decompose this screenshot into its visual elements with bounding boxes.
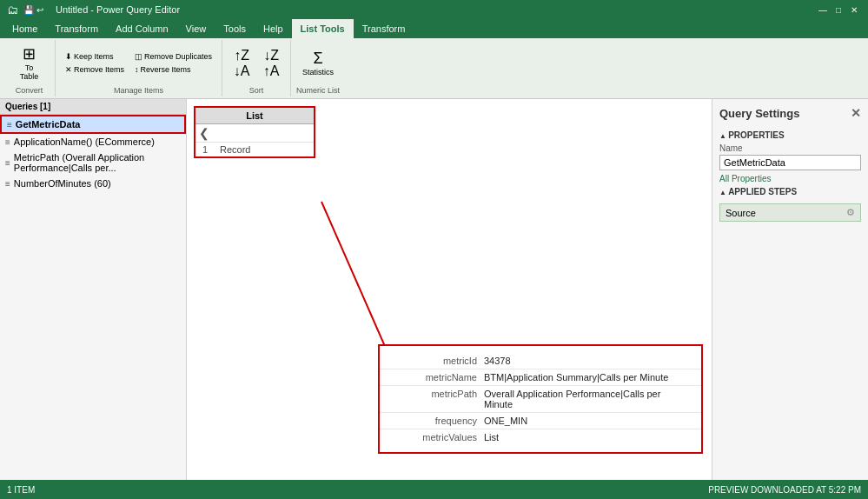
statistics-button[interactable]: Σ Statistics (298, 48, 338, 79)
query-item-appname[interactable]: ≡ ApplicationName() (ECommerce) (0, 134, 186, 150)
tab-list-tools[interactable]: List Tools (292, 19, 354, 38)
to-table-button[interactable]: ⊞ ToTable (16, 43, 43, 83)
record-key-4: metricValues (390, 432, 477, 442)
settings-title: Query Settings ✕ (719, 106, 861, 120)
title-bar: 🗂 💾 ↩ Untitled - Power Query Editor — □ … (0, 0, 868, 19)
record-val-2: Overall Application Performance|Calls pe… (484, 389, 691, 409)
record-val-3: ONE_MIN (484, 416, 527, 426)
source-step-gear-icon[interactable]: ⚙ (846, 207, 855, 218)
ribbon-group-sort: ↑Z↓A ↓Z↑A Sort (222, 40, 291, 96)
settings-close-button[interactable]: ✕ (851, 106, 861, 120)
manage-group-label: Manage Items (114, 84, 163, 95)
record-row-2: metricPath Overall Application Performan… (380, 386, 701, 413)
tab-transform2[interactable]: Transform (354, 19, 414, 38)
record-row-1: metricName BTM|Application Summary|Calls… (380, 369, 701, 386)
query-icon-3: ≡ (5, 179, 10, 189)
name-input[interactable] (719, 155, 861, 170)
record-key-1: metricName (390, 372, 477, 383)
record-val-0: 34378 (484, 356, 511, 366)
numeric-buttons: Σ Statistics (298, 42, 338, 84)
keep-items-icon: ⬇ (65, 52, 72, 61)
query-label-2: MetricPath (Overall Application Performa… (14, 152, 181, 173)
app-icon: 🗂 (7, 3, 18, 17)
keep-remove-col: ⬇ Keep Items ✕ Remove Items (61, 50, 129, 76)
window-title: Untitled - Power Query Editor (56, 4, 180, 15)
query-label-3: NumberOfMinutes (60) (14, 178, 111, 189)
sort-ascending-button[interactable]: ↑Z↓A (228, 45, 255, 82)
convert-group-label: Convert (16, 84, 43, 95)
ribbon-tabs: Home Transform Add Column View Tools Hel… (0, 19, 868, 38)
keep-items-button[interactable]: ⬇ Keep Items (61, 50, 129, 63)
reverse-icon: ↕ (135, 65, 139, 74)
main-layout: Queries [1] ≡ GetMetricData ≡ Applicatio… (0, 99, 868, 480)
tab-help[interactable]: Help (255, 19, 292, 38)
record-val-1: BTM|Application Summary|Calls per Minute (484, 372, 668, 383)
record-key-2: metricPath (390, 389, 477, 409)
remove-items-icon: ✕ (65, 65, 72, 74)
list-container: List ❮ 1 Record (194, 106, 315, 158)
queries-header: Queries [1] (0, 99, 186, 115)
remove-items-button[interactable]: ✕ Remove Items (61, 63, 129, 76)
list-nav-left-button[interactable]: ❮ (199, 126, 209, 140)
to-table-icon: ⊞ (23, 46, 36, 62)
source-step-label: Source (726, 208, 756, 218)
data-preview: List ❮ 1 Record (187, 99, 712, 480)
sort-group-label: Sort (249, 84, 264, 95)
query-label-0: GetMetricData (16, 119, 81, 130)
quick-access: 💾 ↩ (23, 5, 43, 15)
ribbon: ⊞ ToTable Convert ⬇ Keep Items ✕ Remove … (0, 38, 868, 99)
ribbon-group-convert: ⊞ ToTable Convert (3, 40, 56, 96)
query-icon-2: ≡ (5, 158, 10, 168)
status-bar: 1 ITEM PREVIEW DOWNLOADED AT 5:22 PM (0, 480, 868, 499)
sort-desc-icon: ↓Z↑A (263, 48, 280, 79)
numeric-group-label: Numeric List (296, 84, 340, 95)
ribbon-group-numeric: Σ Statistics Numeric List (291, 40, 345, 96)
tab-transform[interactable]: Transform (46, 19, 107, 38)
statistics-icon: Σ (314, 50, 323, 66)
ribbon-group-manage: ⬇ Keep Items ✕ Remove Items ◫ Remove Dup… (56, 40, 222, 96)
close-button[interactable]: ✕ (847, 3, 861, 17)
query-item-minutes[interactable]: ≡ NumberOfMinutes (60) (0, 176, 186, 191)
statistics-label: Statistics (302, 68, 334, 77)
all-properties-link[interactable]: All Properties (719, 174, 861, 183)
query-item-metricpath[interactable]: ≡ MetricPath (Overall Application Perfor… (0, 150, 186, 176)
record-val-4: List (484, 432, 499, 442)
item-count: 1 ITEM (7, 485, 35, 495)
tab-tools[interactable]: Tools (215, 19, 255, 38)
tab-view[interactable]: View (177, 19, 215, 38)
remove-dup-icon: ◫ (135, 52, 142, 61)
undo-quick-btn[interactable]: ↩ (36, 5, 43, 15)
source-step[interactable]: Source ⚙ (719, 203, 861, 222)
tab-add-column[interactable]: Add Column (107, 19, 177, 38)
maximize-button[interactable]: □ (832, 3, 845, 17)
name-label: Name (719, 143, 861, 153)
sort-asc-icon: ↑Z↓A (234, 48, 250, 79)
list-header: List (195, 108, 314, 124)
record-row-3: frequency ONE_MIN (380, 413, 701, 429)
list-row-num-0: 1 (202, 144, 213, 155)
sort-descending-button[interactable]: ↓Z↑A (257, 45, 285, 82)
content-area: List ❮ 1 Record (187, 99, 712, 480)
record-row-4: metricValues List (380, 429, 701, 445)
sort-buttons: ↑Z↓A ↓Z↑A (228, 42, 285, 84)
record-row-0: metricId 34378 (380, 353, 701, 369)
applied-steps-section-title: APPLIED STEPS (719, 187, 861, 196)
query-label-1: ApplicationName() (ECommerce) (14, 136, 155, 147)
remove-duplicates-button[interactable]: ◫ Remove Duplicates (130, 50, 216, 63)
query-icon-0: ≡ (7, 120, 12, 130)
reverse-items-button[interactable]: ↕ Reverse Items (130, 63, 216, 76)
to-table-label: ToTable (20, 63, 39, 81)
settings-panel: Query Settings ✕ PROPERTIES Name All Pro… (712, 99, 868, 480)
list-nav: ❮ (195, 124, 314, 142)
record-detail: metricId 34378 metricName BTM|Applicatio… (378, 344, 703, 454)
title-bar-controls: — □ ✕ (816, 3, 861, 17)
convert-buttons: ⊞ ToTable (16, 42, 43, 84)
dup-rev-col: ◫ Remove Duplicates ↕ Reverse Items (130, 50, 216, 76)
tab-home[interactable]: Home (3, 19, 46, 38)
query-icon-1: ≡ (5, 137, 10, 147)
save-quick-btn[interactable]: 💾 (23, 5, 34, 15)
manage-buttons: ⬇ Keep Items ✕ Remove Items ◫ Remove Dup… (61, 42, 216, 84)
queries-panel: Queries [1] ≡ GetMetricData ≡ Applicatio… (0, 99, 187, 480)
minimize-button[interactable]: — (816, 3, 830, 17)
query-item-getmetricdata[interactable]: ≡ GetMetricData (0, 115, 186, 134)
